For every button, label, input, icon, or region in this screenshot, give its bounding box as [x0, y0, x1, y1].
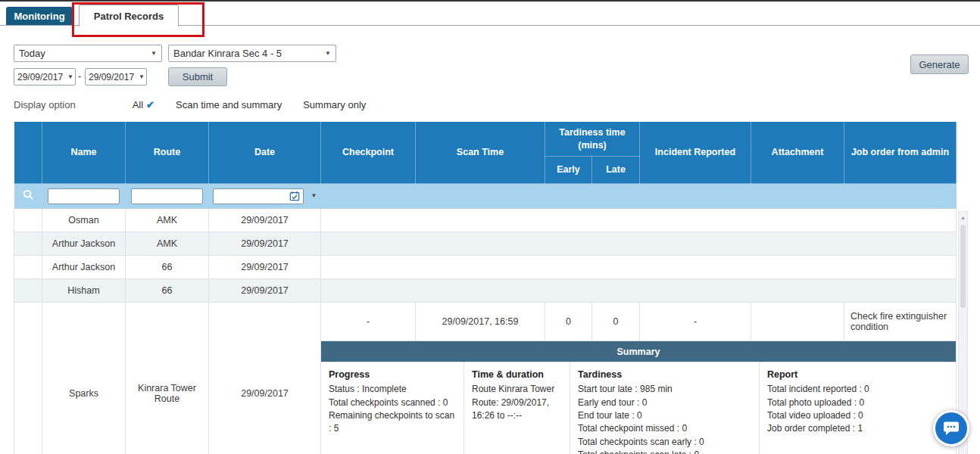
- row-route: Kinrara Tower Route: [126, 303, 209, 454]
- generate-button-label: Generate: [919, 59, 960, 70]
- summary-line: Total incident reported : 0: [767, 383, 948, 396]
- scrollbar-thumb[interactable]: [960, 225, 966, 308]
- attachment-value: [751, 303, 844, 340]
- chevron-down-icon: ▼: [67, 74, 73, 80]
- submit-button[interactable]: Submit: [168, 67, 227, 86]
- generate-button[interactable]: Generate: [910, 54, 969, 74]
- checkpoint-value: -: [321, 303, 416, 340]
- summary-line: Start tour late : 985 min: [578, 383, 751, 396]
- date-to-select[interactable]: 29/09/2017 ▼: [85, 68, 147, 86]
- summary-body: Progress Status : IncompleteTotal checkp…: [321, 362, 956, 454]
- filter-search-cell: [14, 184, 42, 209]
- summary-line: Total checkpoints scan early : 0: [578, 436, 751, 449]
- tab-patrol-records-label: Patrol Records: [94, 11, 164, 22]
- summary-time-duration: Time & duration Route Kinrara Tower Rout…: [464, 362, 570, 454]
- row-details-empty: [321, 279, 957, 303]
- chat-icon: [942, 419, 960, 437]
- table-row[interactable]: Arthur Jackson 66 29/09/2017: [14, 256, 957, 279]
- calendar-icon: [289, 191, 300, 201]
- table-filter-row: ▼: [14, 184, 957, 209]
- early-value: 0: [545, 303, 592, 340]
- summary-line: Status : Incomplete: [329, 383, 456, 396]
- chevron-down-icon: ▼: [325, 51, 331, 57]
- summary-line: Total photo uploaded : 0: [767, 396, 948, 409]
- row-route: 66: [126, 279, 209, 303]
- display-option-label: Display option: [14, 99, 76, 110]
- name-filter-input[interactable]: [48, 188, 120, 204]
- header-scan-time[interactable]: Scan Time: [416, 122, 545, 184]
- summary-line: Total video uploaded : 0: [767, 409, 948, 422]
- summary-line: Route Kinrara Tower Route: 29/09/2017, 1…: [472, 383, 562, 422]
- table-row-expanded[interactable]: Sparks Kinrara Tower Route 29/09/2017 - …: [14, 303, 957, 454]
- tab-patrol-records[interactable]: Patrol Records: [79, 5, 179, 26]
- summary-line: Job order completed : 1: [767, 422, 948, 435]
- summary-line: Total checkpoints scanned : 0: [329, 396, 456, 409]
- row-name: Sparks: [42, 303, 126, 454]
- table-row[interactable]: Hisham 66 29/09/2017: [14, 279, 957, 303]
- header-checkpoint[interactable]: Checkpoint: [321, 122, 416, 184]
- summary-progress-title: Progress: [329, 368, 456, 381]
- checkpoint-detail-row: - 29/09/2017, 16:59 0 0 - Check fire ext…: [321, 303, 956, 341]
- site-select[interactable]: Bandar Kinrara Sec 4 - 5 ▼: [168, 45, 336, 62]
- tab-monitoring-label: Monitoring: [14, 11, 64, 22]
- incident-value: -: [640, 303, 751, 340]
- summary-report-title: Report: [767, 368, 948, 381]
- row-route: AMK: [126, 232, 209, 256]
- row-date: 29/09/2017: [209, 232, 321, 256]
- date-range-separator: -: [78, 70, 81, 82]
- tab-monitoring[interactable]: Monitoring: [6, 7, 73, 26]
- display-option-all-label: All: [133, 99, 143, 110]
- row-expanded-details: - 29/09/2017, 16:59 0 0 - Check fire ext…: [321, 303, 957, 454]
- header-attachment[interactable]: Attachment: [751, 122, 844, 184]
- summary-line: Total checkpoints scan late : 0: [578, 449, 751, 454]
- row-icon-cell: [14, 256, 42, 279]
- header-early[interactable]: Early: [545, 157, 592, 184]
- row-date: 29/09/2017: [209, 256, 321, 279]
- filter-row-spacer: [321, 184, 957, 209]
- header-incident-reported[interactable]: Incident Reported: [640, 122, 751, 184]
- display-option-all[interactable]: All✔: [133, 99, 154, 110]
- display-options: Display option All✔ Scan time and summar…: [14, 99, 387, 110]
- date-from-select[interactable]: 29/09/2017 ▼: [14, 68, 76, 86]
- header-date[interactable]: Date: [209, 122, 321, 184]
- chat-widget-button[interactable]: [933, 410, 969, 446]
- row-details-empty: [321, 209, 957, 232]
- header-route[interactable]: Route: [126, 122, 209, 184]
- summary-report: Report Total incident reported : 0Total …: [760, 362, 956, 454]
- scroll-up-arrow-icon[interactable]: ▲: [959, 212, 967, 223]
- row-date: 29/09/2017: [209, 209, 321, 232]
- summary-progress-lines: Status : IncompleteTotal checkpoints sca…: [329, 383, 456, 436]
- display-option-summary-only[interactable]: Summary only: [303, 99, 366, 110]
- header-job-order[interactable]: Job order from admin: [844, 122, 957, 184]
- summary-header: Summary: [321, 341, 956, 362]
- row-name: Osman: [42, 209, 126, 232]
- summary-line: End tour late : 0: [578, 409, 751, 422]
- site-select-value: Bandar Kinrara Sec 4 - 5: [173, 48, 282, 59]
- header-name[interactable]: Name: [42, 122, 126, 184]
- row-details-empty: [321, 232, 957, 256]
- check-icon: ✔: [146, 99, 154, 110]
- row-icon-cell: [14, 279, 42, 303]
- table-row[interactable]: Osman AMK 29/09/2017: [14, 209, 957, 232]
- period-select-value: Today: [19, 48, 45, 59]
- header-late[interactable]: Late: [592, 157, 640, 184]
- period-select[interactable]: Today ▼: [14, 45, 162, 62]
- row-icon-cell: [14, 232, 42, 256]
- summary-time-duration-lines: Route Kinrara Tower Route: 29/09/2017, 1…: [472, 383, 562, 422]
- row-name: Hisham: [42, 279, 126, 303]
- route-filter-input[interactable]: [131, 188, 203, 204]
- header-tardiness: Tardiness time (mins): [545, 122, 640, 157]
- display-option-scan-time-and-summary[interactable]: Scan time and summary: [176, 99, 282, 110]
- patrol-records-table: Name Route Date Checkpoint Scan Time Tar…: [14, 121, 956, 454]
- summary-line: Total checkpoint missed : 0: [578, 422, 751, 435]
- chevron-down-icon[interactable]: ▼: [311, 193, 317, 199]
- summary-line: Early end tour : 0: [578, 396, 751, 409]
- late-value: 0: [592, 303, 640, 340]
- summary-line: Remaining checkpoints to scan : 5: [329, 409, 456, 436]
- patrol-records-page: Monitoring Patrol Records Today ▼ Bandar…: [0, 0, 980, 454]
- row-name: Arthur Jackson: [42, 256, 126, 279]
- table-row[interactable]: Arthur Jackson AMK 29/09/2017: [14, 232, 957, 256]
- date-filter-input[interactable]: [213, 188, 304, 204]
- table-header: Name Route Date Checkpoint Scan Time Tar…: [14, 122, 957, 184]
- summary-tardiness-title: Tardiness: [578, 368, 751, 381]
